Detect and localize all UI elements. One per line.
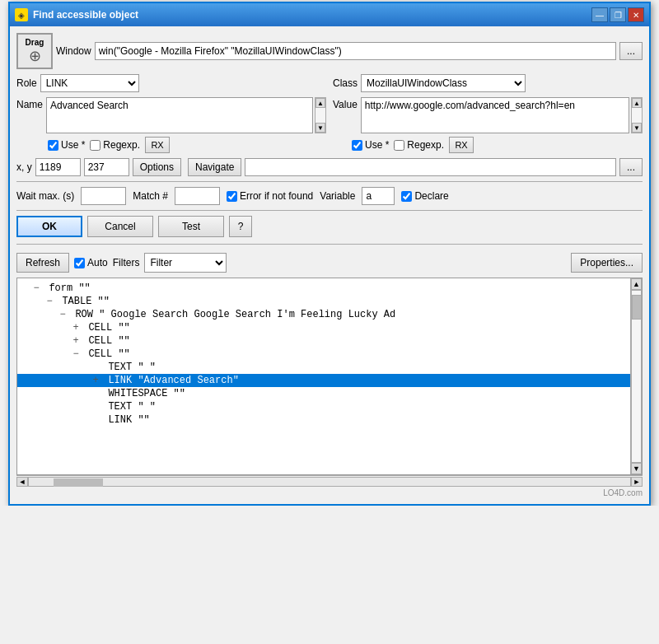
name-scrollbar: ▲ ▼ (315, 97, 326, 133)
tree-item[interactable]: − form "" (17, 282, 630, 295)
properties-button[interactable]: Properties... (571, 253, 643, 273)
window-label: Window (56, 45, 91, 57)
filters-label: Filters (113, 257, 140, 268)
tree-item[interactable]: TEXT " " (17, 361, 630, 374)
window-icon: ◈ (15, 8, 28, 21)
name-use-checkbox[interactable] (48, 140, 58, 151)
window-dots-button[interactable]: ... (619, 42, 643, 60)
y-input[interactable] (84, 158, 129, 176)
variable-input[interactable] (362, 187, 395, 205)
tree-item[interactable]: WHITESPACE "" (17, 387, 630, 400)
name-regexp-checkbox-label[interactable]: Regexp. (90, 139, 140, 151)
tree-hscrollbar[interactable]: ◄ ► (16, 475, 643, 487)
refresh-button[interactable]: Refresh (16, 253, 69, 273)
drag-label: Drag (26, 38, 44, 47)
value-rx-button[interactable]: RX (449, 137, 474, 153)
ok-cancel-row: OK Cancel Test ? (16, 216, 643, 237)
value-scroll-down[interactable]: ▼ (632, 123, 642, 133)
class-select[interactable]: MozillaUIWindowClass (361, 74, 526, 92)
value-scrollbar: ▲ ▼ (631, 97, 643, 133)
role-class-row: Role LINK Class MozillaUIWindowClass (16, 74, 643, 92)
hscroll-left[interactable]: ◄ (16, 477, 28, 487)
divider-2 (16, 210, 643, 211)
match-input[interactable] (175, 187, 220, 205)
name-textarea[interactable] (46, 97, 313, 133)
auto-checkbox-label[interactable]: Auto (74, 257, 108, 268)
navigate-dots-button[interactable]: ... (619, 158, 643, 176)
tree-item[interactable]: TEXT " " (17, 400, 630, 413)
navigate-input[interactable] (245, 158, 616, 176)
name-use-checkbox-label[interactable]: Use * (48, 139, 85, 151)
test-button[interactable]: Test (158, 216, 224, 237)
expand-icon[interactable]: + (69, 322, 82, 334)
name-regexp-checkbox[interactable] (90, 140, 100, 151)
value-use-checkbox[interactable] (352, 140, 362, 151)
vscroll-thumb[interactable] (632, 295, 642, 320)
window-title: Find accessible object (33, 9, 591, 21)
window-input[interactable] (95, 42, 616, 60)
vscroll-up[interactable]: ▲ (631, 278, 642, 290)
role-select[interactable]: LINK (40, 74, 139, 92)
expand-icon[interactable]: − (30, 282, 43, 294)
question-button[interactable]: ? (229, 216, 252, 237)
tree-item[interactable]: + CELL "" (17, 334, 630, 348)
tree-item-selected[interactable]: + LINK "Advanced Search" (17, 374, 630, 387)
tree-item[interactable]: − TABLE "" (17, 295, 630, 308)
auto-checkbox[interactable] (74, 258, 85, 268)
expand-icon[interactable]: + (69, 335, 82, 347)
tree-item-text: CELL "" (88, 335, 129, 347)
expand-icon[interactable]: − (56, 309, 69, 320)
filter-select[interactable]: Filter (144, 253, 227, 273)
name-scroll-up[interactable]: ▲ (315, 98, 325, 108)
ok-button[interactable]: OK (16, 216, 82, 237)
error-checkbox[interactable] (227, 191, 237, 202)
expand-icon[interactable]: − (43, 296, 56, 307)
error-checkbox-label[interactable]: Error if not found (227, 190, 313, 202)
tree-item-text: CELL "" (88, 322, 129, 334)
cancel-button[interactable]: Cancel (87, 216, 153, 237)
hscroll-track[interactable] (28, 477, 631, 487)
hscroll-right[interactable]: ► (631, 477, 643, 487)
xy-label: x, y (16, 161, 32, 173)
wait-input[interactable] (81, 187, 126, 205)
value-label: Value (333, 97, 358, 110)
tree-item-text: TEXT " " (108, 362, 156, 373)
drag-control[interactable]: Drag ⊕ (16, 33, 53, 69)
expand-icon[interactable]: + (89, 375, 102, 386)
expand-icon[interactable]: − (69, 348, 82, 360)
value-use-checkbox-label[interactable]: Use * (352, 139, 389, 151)
tree-content[interactable]: − form "" − TABLE "" − ROW " Google Sear… (17, 278, 630, 474)
name-scroll-down[interactable]: ▼ (315, 123, 325, 133)
class-label: Class (333, 77, 358, 89)
tree-item[interactable]: − ROW " Google Search Google Search I'm … (17, 308, 630, 321)
wait-label: Wait max. (s) (16, 190, 74, 202)
navigate-button[interactable]: Navigate (188, 158, 241, 176)
vscroll-track[interactable] (631, 290, 642, 463)
value-textarea[interactable] (361, 97, 629, 133)
hscroll-thumb[interactable] (54, 478, 103, 487)
close-button[interactable]: ✕ (628, 7, 644, 22)
vscroll-down[interactable]: ▼ (631, 463, 642, 474)
tree-item-text: form "" (49, 282, 90, 294)
restore-button[interactable]: ❐ (610, 7, 626, 22)
role-label: Role (16, 77, 37, 89)
minimize-button[interactable]: — (591, 7, 608, 22)
value-scroll-up[interactable]: ▲ (632, 98, 642, 108)
tree-container: − form "" − TABLE "" − ROW " Google Sear… (16, 278, 643, 475)
tree-item[interactable]: − CELL "" (17, 348, 630, 361)
tree-vscrollbar[interactable]: ▲ ▼ (630, 278, 642, 474)
declare-checkbox-label[interactable]: Declare (401, 190, 448, 202)
options-button[interactable]: Options (133, 158, 181, 176)
tree-item[interactable]: LINK "" (17, 413, 630, 427)
tree-item-text: LINK "Advanced Search" (108, 375, 238, 386)
name-rx-button[interactable]: RX (145, 137, 170, 153)
value-regexp-checkbox[interactable] (394, 140, 404, 151)
value-regexp-checkbox-label[interactable]: Regexp. (394, 139, 444, 151)
x-input[interactable] (35, 158, 81, 176)
declare-checkbox[interactable] (401, 191, 412, 202)
match-label: Match # (133, 190, 168, 202)
divider-3 (16, 244, 643, 245)
tree-item[interactable]: + CELL "" (17, 321, 630, 334)
name-label: Name (16, 97, 43, 110)
class-section: Class MozillaUIWindowClass (333, 74, 643, 92)
